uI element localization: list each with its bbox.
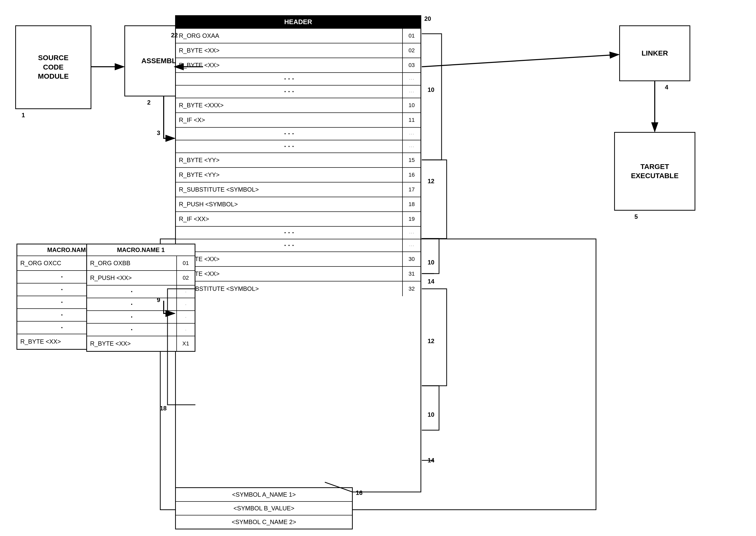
source-code-module-box: SOURCE CODE MODULE <box>15 25 91 109</box>
table-row: R_SUBSTITUTE <SYMBOL> 32 <box>176 282 420 296</box>
symbol-row: <SYMBOL B_VALUE> <box>176 502 352 516</box>
table-row: R_PUSH <SYMBOL> 18 <box>176 197 420 212</box>
symbol-row: <SYMBOL A_NAME 1> <box>176 488 352 502</box>
symbol-row: <SYMBOL C_NAME 2> <box>176 516 352 529</box>
table-row: R_BYTE <YY> 16 <box>176 168 420 183</box>
ref-4-label: 4 <box>665 84 668 91</box>
table-row: R_BYTE <XX> 31 <box>176 267 420 282</box>
bracket-10a-label: 10 <box>428 86 435 93</box>
bracket-14b-label: 14 <box>428 457 435 464</box>
arrow-3-assembler <box>164 96 175 138</box>
table-row-dots: · · · · · · <box>176 140 420 153</box>
table-row: R_BYTE <XX> X1 <box>87 336 195 351</box>
source-code-label: SOURCE CODE MODULE <box>38 53 69 81</box>
arrow-obj-to-linker <box>422 54 619 67</box>
ref-22-label: 22 <box>171 32 178 39</box>
ref-16-sym-label: 16 <box>356 489 363 496</box>
bracket-14a-label: 14 <box>428 278 435 285</box>
table-row: R_ORG OXAA 01 <box>176 29 420 43</box>
table-row-dots: · · · · · · <box>176 73 420 85</box>
header-row: HEADER <box>176 16 420 29</box>
linker-box: LINKER <box>619 25 690 81</box>
table-row: R_IF <X> 11 <box>176 113 420 128</box>
bracket-12a <box>422 160 447 239</box>
table-row-dots: · · · · · · <box>176 128 420 140</box>
object-module-table: HEADER R_ORG OXAA 01 R_BYTE <XX> 02 R_BY… <box>175 15 421 492</box>
table-row-dots: · · · · · · <box>176 227 420 239</box>
table-row: R_PUSH <XX> 02 <box>87 271 195 285</box>
bracket-10b-label: 10 <box>428 259 435 266</box>
table-row: R_IF <XX> 19 <box>176 212 420 227</box>
linker-label: LINKER <box>641 49 668 58</box>
table-row: R_BYTE <XX> 03 <box>176 58 420 73</box>
ref-9-label: 9 <box>157 296 160 304</box>
macro1-header: MACRO.NAME 1 <box>87 244 195 256</box>
bracket-10c-label: 10 <box>428 411 435 418</box>
table-row: R_SUBSTITUTE <SYMBOL> 17 <box>176 183 420 197</box>
table-row: R_BYTE <YY> 15 <box>176 153 420 168</box>
table-row: R_BYTE <XX> 30 <box>176 252 420 267</box>
table-row: R_ORG OXBB 01 <box>87 256 195 271</box>
ref-2-label: 2 <box>147 99 150 106</box>
symbol-table: <SYMBOL A_NAME 1> <SYMBOL B_VALUE> <SYMB… <box>175 487 353 529</box>
ref-1-label: 1 <box>21 112 25 119</box>
ref-20-label: 20 <box>424 15 431 22</box>
table-row: R_BYTE <XX> 02 <box>176 43 420 58</box>
target-executable-box: TARGET EXECUTABLE <box>614 132 695 211</box>
bracket-10a <box>422 34 442 160</box>
ref-5-label: 5 <box>635 213 638 220</box>
bracket-12b-label: 12 <box>428 338 435 345</box>
bracket-12a-label: 12 <box>428 178 435 185</box>
ref-3-label: 3 <box>157 129 160 137</box>
table-row-dots: · · · · · · <box>176 85 420 98</box>
ref-18-label: 18 <box>160 405 167 412</box>
macro1-table: MACRO.NAME 1 R_ORG OXBB 01 R_PUSH <XX> 0… <box>86 244 195 352</box>
target-label: TARGET EXECUTABLE <box>631 162 678 181</box>
table-row: R_BYTE <XXX> 10 <box>176 98 420 113</box>
table-row-dots: · · · · · · <box>176 239 420 252</box>
